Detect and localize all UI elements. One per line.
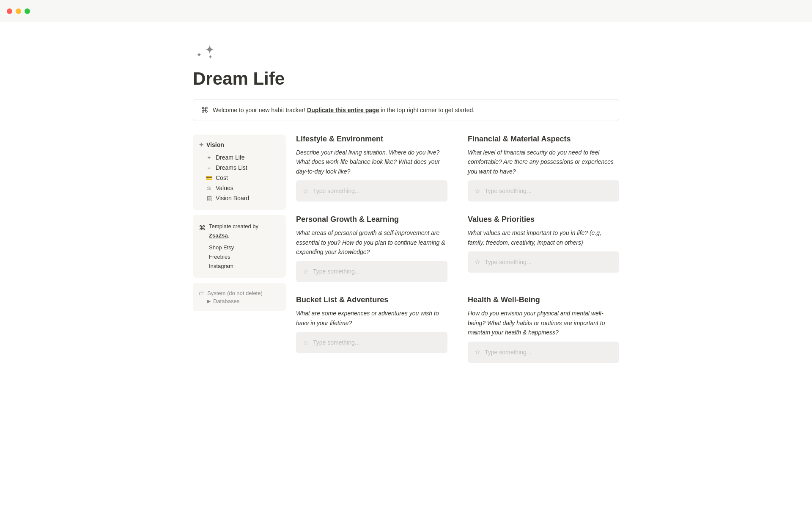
section-title-financial: Financial & Material Aspects	[468, 135, 619, 144]
callout-text: Welcome to your new habit tracker! Dupli…	[213, 107, 475, 113]
callout-icon: ⌘	[201, 105, 208, 115]
section-desc-lifestyle: Describe your ideal living situation. Wh…	[296, 148, 447, 176]
system-info: 🗃 System (do not delete) ▶ Databases	[199, 290, 280, 304]
sidebar-item-values[interactable]: ⚖Values	[199, 183, 280, 193]
section-bucket-list: Bucket List & Adventures What are some e…	[296, 295, 447, 362]
system-card: 🗃 System (do not delete) ▶ Databases	[193, 283, 286, 311]
sidebar-item-vision-board[interactable]: 🖼Vision Board	[199, 193, 280, 203]
close-button[interactable]	[7, 8, 12, 14]
creator-link-instagram[interactable]: Instagram	[199, 262, 280, 271]
section-desc-bucket-list: What are some experiences or adventures …	[296, 309, 447, 328]
section-desc-personal-growth: What areas of personal growth & self-imp…	[296, 228, 447, 257]
nav-item-icon-2: 💳	[206, 175, 212, 181]
section-personal-growth: Personal Growth & Learning What areas of…	[296, 215, 447, 282]
creator-links: Shop EtsyFreebiesInstagram	[199, 243, 280, 271]
nav-item-label-4: Vision Board	[216, 195, 249, 202]
section-title-personal-growth: Personal Growth & Learning	[296, 215, 447, 224]
star-icon-health: ☆	[475, 348, 480, 356]
nav-sparkle-icon: ✦	[199, 141, 204, 148]
type-input-lifestyle[interactable]: ☆ Type something...	[296, 180, 447, 202]
sidebar-item-dreams-list[interactable]: ≡Dreams List	[199, 163, 280, 173]
creator-header: ⌘ Template created by ZsaZsa.	[199, 222, 280, 240]
placeholder-financial: Type something...	[485, 188, 532, 194]
nav-card: ✦ Vision ✦Dream Life≡Dreams List💳Cost⚖Va…	[193, 135, 286, 210]
section-lifestyle: Lifestyle & Environment Describe your id…	[296, 135, 447, 202]
type-input-values[interactable]: ☆ Type something...	[468, 251, 619, 273]
star-icon-personal-growth: ☆	[303, 268, 309, 276]
maximize-button[interactable]	[25, 8, 30, 14]
section-title-lifestyle: Lifestyle & Environment	[296, 135, 447, 144]
creator-name[interactable]: ZsaZsa	[209, 232, 228, 239]
star-icon-values: ☆	[475, 258, 480, 266]
section-financial: Financial & Material Aspects What level …	[468, 135, 619, 202]
content-area: Lifestyle & Environment Describe your id…	[296, 135, 619, 363]
system-header: 🗃 System (do not delete)	[199, 290, 280, 296]
system-label: System (do not delete)	[207, 290, 263, 296]
section-title-health: Health & Well-Being	[468, 295, 619, 304]
section-desc-financial: What level of financial security do you …	[468, 148, 619, 176]
placeholder-health: Type something...	[485, 349, 532, 356]
callout-box: ⌘ Welcome to your new habit tracker! Dup…	[193, 99, 619, 121]
type-input-personal-growth[interactable]: ☆ Type something...	[296, 261, 447, 282]
type-input-health[interactable]: ☆ Type something...	[468, 342, 619, 363]
sparkle-decoration: ✦ ✦ ✦	[193, 42, 218, 64]
placeholder-values: Type something...	[485, 259, 532, 265]
nav-item-label-3: Values	[216, 185, 233, 191]
creator-info: ⌘ Template created by ZsaZsa. Shop EtsyF…	[199, 222, 280, 271]
duplicate-link[interactable]: Duplicate this entire page	[307, 107, 379, 113]
nav-item-label-2: Cost	[216, 174, 228, 181]
creator-icon: ⌘	[199, 222, 206, 234]
section-desc-values: What values are most important to you in…	[468, 228, 619, 247]
main-layout: ✦ Vision ✦Dream Life≡Dreams List💳Cost⚖Va…	[193, 135, 619, 363]
placeholder-lifestyle: Type something...	[313, 188, 360, 194]
section-health: Health & Well-Being How do you envision …	[468, 295, 619, 362]
creator-link-freebies[interactable]: Freebies	[199, 252, 280, 262]
star-icon-lifestyle: ☆	[303, 187, 309, 195]
type-input-bucket-list[interactable]: ☆ Type something...	[296, 332, 447, 353]
nav-item-label-1: Dreams List	[216, 164, 247, 171]
minimize-button[interactable]	[16, 8, 21, 14]
placeholder-personal-growth: Type something...	[313, 268, 360, 275]
section-desc-health: How do you envision your physical and me…	[468, 309, 619, 337]
page-container: ✦ ✦ ✦ Dream Life ⌘ Welcome to your new h…	[152, 22, 660, 397]
star-icon-bucket-list: ☆	[303, 339, 309, 347]
section-values: Values & Priorities What values are most…	[468, 215, 619, 282]
creator-card: ⌘ Template created by ZsaZsa. Shop EtsyF…	[193, 215, 286, 278]
section-title-values: Values & Priorities	[468, 215, 619, 224]
sidebar-item-cost[interactable]: 💳Cost	[199, 173, 280, 183]
database-icon: 🗃	[199, 290, 205, 296]
nav-item-label-0: Dream Life	[216, 154, 244, 161]
nav-item-icon-0: ✦	[206, 155, 212, 161]
creator-link-shop-etsy[interactable]: Shop Etsy	[199, 243, 280, 252]
nav-item-icon-3: ⚖	[206, 185, 212, 191]
databases-item[interactable]: ▶ Databases	[199, 298, 280, 304]
chevron-icon: ▶	[207, 298, 211, 304]
nav-items: ✦Dream Life≡Dreams List💳Cost⚖Values🖼Visi…	[199, 152, 280, 203]
type-input-financial[interactable]: ☆ Type something...	[468, 180, 619, 202]
section-title-bucket-list: Bucket List & Adventures	[296, 295, 447, 304]
page-title: Dream Life	[193, 69, 619, 89]
sidebar: ✦ Vision ✦Dream Life≡Dreams List💳Cost⚖Va…	[193, 135, 286, 311]
nav-item-icon-1: ≡	[206, 165, 212, 171]
nav-item-icon-4: 🖼	[206, 195, 212, 202]
placeholder-bucket-list: Type something...	[313, 339, 360, 346]
nav-header[interactable]: ✦ Vision	[199, 141, 280, 148]
sidebar-item-dream-life[interactable]: ✦Dream Life	[199, 152, 280, 163]
star-icon-financial: ☆	[475, 187, 480, 195]
titlebar	[0, 0, 812, 22]
